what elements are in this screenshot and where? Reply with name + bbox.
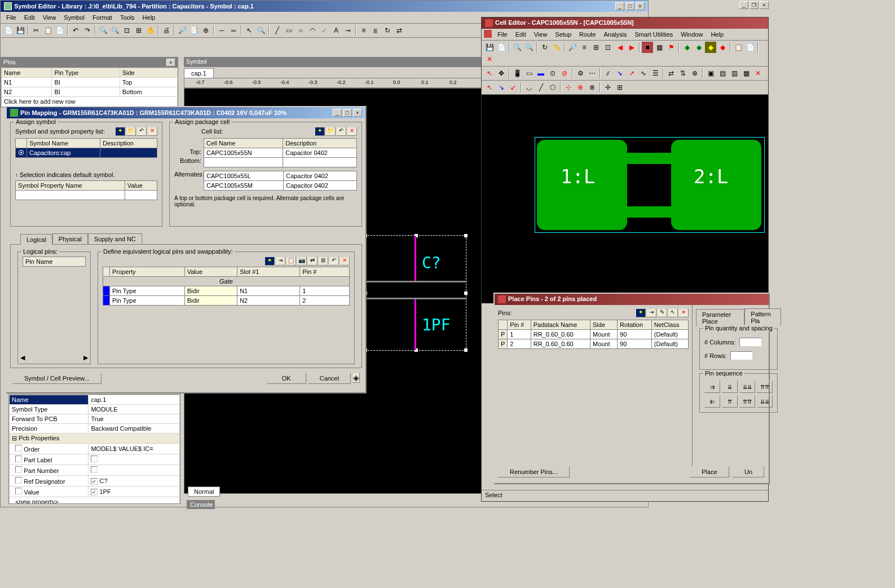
text-icon[interactable]: A	[330, 25, 342, 36]
ce-poly-icon[interactable]: ⬠	[547, 82, 558, 93]
new-cell-icon[interactable]: ✦	[315, 127, 325, 136]
paste-icon[interactable]: 📄	[54, 25, 65, 36]
refdes-text[interactable]: C?	[422, 254, 441, 272]
symbol-tab[interactable]: cap.1	[184, 68, 214, 78]
redo-icon[interactable]: ↷	[82, 25, 93, 36]
menu-edit[interactable]: Edit	[21, 13, 38, 22]
ce-prev-icon[interactable]: ◀	[614, 42, 625, 53]
pp-edit-icon[interactable]: ✎	[657, 308, 667, 317]
symbol-prop-table[interactable]: Symbol Property NameValue	[15, 180, 157, 200]
ce-mirror-h-icon[interactable]: ⇄	[665, 68, 677, 79]
align-icon[interactable]: ≡	[358, 25, 369, 36]
mirror-icon[interactable]: ⇄	[394, 25, 405, 36]
pan-icon[interactable]: ✋	[145, 25, 156, 36]
rect-icon[interactable]: ▭	[283, 25, 294, 36]
cell-top-table[interactable]: Cell NameDescription CAPC1005x55NCapacit…	[204, 138, 357, 167]
help-icon[interactable]: ◈	[352, 373, 360, 383]
ce-measure-icon[interactable]: 📏	[551, 42, 562, 53]
ce-copy-icon[interactable]: 📋	[733, 42, 744, 53]
scroll-right-icon[interactable]: ▶	[83, 354, 88, 361]
capacitor-symbol[interactable]: C? 1PF	[365, 235, 466, 351]
equivalent-pins-table[interactable]: PropertyValueSlot #1Pin # Gate Pin TypeB…	[103, 267, 350, 306]
ce-refresh-icon[interactable]: ↻	[539, 42, 550, 53]
seq-btn-6[interactable]: ⇈	[722, 395, 738, 408]
ce-zoom-in-icon[interactable]: 🔍	[512, 42, 523, 53]
ce-find-icon[interactable]: 🔎	[567, 42, 578, 53]
ce-box-icon[interactable]: ▬	[535, 68, 546, 79]
ce-line-icon[interactable]: ╱	[535, 82, 546, 93]
ce-menu-route[interactable]: Route	[576, 30, 599, 39]
checkbox-icon[interactable]	[15, 445, 22, 452]
seq-btn-2[interactable]: ⇊	[722, 381, 738, 393]
ce-menu-setup[interactable]: Setup	[552, 30, 575, 39]
pm-close-button[interactable]: ×	[353, 109, 362, 117]
seq-btn-8[interactable]: ⇊⇊	[757, 395, 773, 408]
tab-parameter-place[interactable]: Parameter Place	[696, 309, 744, 326]
delete-sym-icon[interactable]: ✕	[147, 127, 157, 136]
copy-icon[interactable]: 📋	[42, 25, 54, 36]
browse-cell-icon[interactable]: 📁	[325, 127, 336, 136]
maximize-button[interactable]: □	[625, 2, 634, 10]
zoom-icon[interactable]: 🔍	[255, 25, 267, 36]
value-text[interactable]: 1PF	[422, 316, 451, 334]
ce-menu-file[interactable]: File	[494, 30, 511, 39]
ce-paste-icon[interactable]: 📄	[744, 42, 756, 53]
ce-tool-icon[interactable]: ⊕	[689, 68, 700, 79]
ce-layer2-icon[interactable]: ▦	[654, 42, 665, 53]
pin-icon[interactable]: ⊸	[342, 25, 354, 36]
ok-button[interactable]: OK	[267, 373, 306, 384]
ce-point2-icon[interactable]: ↙	[508, 82, 519, 93]
symbol-row-selected[interactable]: ⦿Capacitors:cap	[16, 148, 157, 158]
ce-menu-edit[interactable]: Edit	[512, 30, 530, 39]
menu-format[interactable]: Format	[89, 13, 116, 22]
ce-more-icon[interactable]: ⋯	[587, 68, 598, 79]
renumber-pins-button[interactable]: Renumber Pins...	[498, 466, 570, 478]
props-icon[interactable]: 📑	[188, 25, 200, 36]
checkbox-icon[interactable]	[15, 488, 22, 494]
cell-canvas[interactable]: 1:L 2:L	[482, 95, 768, 303]
close-button[interactable]: ×	[636, 2, 645, 10]
ce-diamond1-icon[interactable]: ◆	[681, 42, 693, 53]
cancel-button[interactable]: Cancel	[308, 373, 351, 384]
bus-icon[interactable]: ═	[228, 25, 239, 36]
tab-physical[interactable]: Physical	[52, 233, 88, 244]
pins-row[interactable]: N2 BI Bottom	[2, 87, 178, 97]
ce-arc-icon[interactable]: ◡	[523, 82, 535, 93]
ce-via-icon[interactable]: ⊘	[559, 68, 570, 79]
checkbox-icon[interactable]	[15, 466, 22, 473]
ce-place3-icon[interactable]: ▥	[729, 68, 740, 79]
equiv-cam-icon[interactable]: 📷	[297, 257, 307, 266]
zoom-fit-icon[interactable]: ⊡	[121, 25, 133, 36]
arc-icon[interactable]: ◠	[307, 25, 318, 36]
ce-save-icon[interactable]: 💾	[484, 42, 495, 53]
select-icon[interactable]: ↖	[244, 25, 255, 36]
rotate-icon[interactable]: ↻	[382, 25, 393, 36]
menu-view[interactable]: View	[39, 13, 60, 22]
ce-flag-icon[interactable]: ⚑	[665, 42, 677, 53]
ce-settings-icon[interactable]: ⚙	[575, 68, 586, 79]
ce-place2-icon[interactable]: ▤	[717, 68, 728, 79]
ce-menu-analysis[interactable]: Analysis	[600, 30, 630, 39]
delete-cell-icon[interactable]: ✕	[347, 127, 357, 136]
ce-snap3-icon[interactable]: ⊗	[587, 82, 598, 93]
place-button[interactable]: Place	[690, 466, 729, 478]
ce-phone-icon[interactable]: 📱	[512, 68, 523, 79]
ce-grid-icon[interactable]: ⊡	[602, 42, 614, 53]
save-icon[interactable]: 💾	[15, 25, 26, 36]
print-icon[interactable]: 🖨	[161, 25, 172, 36]
equiv-row[interactable]: Pin TypeBidirN22	[103, 296, 350, 306]
equiv-row[interactable]: Pin TypeBidirN11	[103, 286, 350, 296]
pp-import-icon[interactable]: ⇥	[646, 308, 656, 317]
zoom-out-icon[interactable]: 🔍	[109, 25, 121, 36]
ce-route4-icon[interactable]: ∿	[638, 68, 649, 79]
new-sym-icon[interactable]: ✦	[115, 127, 125, 136]
ce-select-icon[interactable]: ↖	[484, 68, 495, 79]
pm-maximize-button[interactable]: □	[343, 109, 352, 117]
scroll-left-icon[interactable]: ◀	[20, 354, 25, 361]
zoom-area-icon[interactable]: ⊞	[133, 25, 144, 36]
rows-input[interactable]	[730, 351, 753, 360]
ce-menu-smart[interactable]: Smart Utilities	[631, 30, 676, 39]
ce-pad-icon[interactable]: ⊙	[547, 68, 558, 79]
properties-table[interactable]: Namecap.1 Symbol TypeMODULE Forward To P…	[9, 395, 180, 504]
pins-close-icon[interactable]: ×	[166, 59, 175, 67]
